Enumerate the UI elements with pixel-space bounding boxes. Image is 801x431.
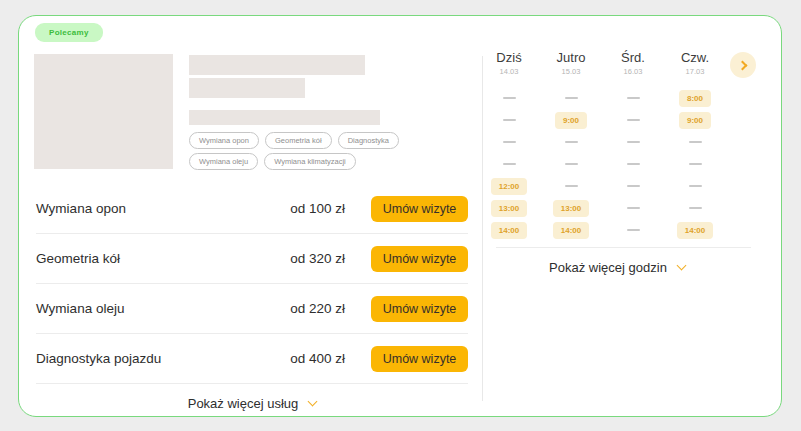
- calendar-day-column: Jutro15.039:0013:0014:00: [540, 50, 602, 241]
- slot-cell: 14:00: [540, 219, 602, 241]
- calendar-slots: 12:0013:0014:00: [478, 87, 540, 241]
- unavailable-slot-dash: [689, 163, 702, 165]
- book-visit-button[interactable]: Umów wizyte: [371, 296, 468, 322]
- slot-cell: [602, 153, 664, 175]
- time-slot-button[interactable]: 14:00: [553, 222, 589, 239]
- time-slot-button[interactable]: 9:00: [679, 112, 711, 129]
- slot-cell: 12:00: [478, 175, 540, 197]
- service-price: od 320 zł: [290, 251, 345, 266]
- service-tags: Wymiana oponGeometria kółDiagnostykaWymi…: [189, 132, 459, 170]
- unavailable-slot-dash: [503, 97, 516, 99]
- service-tag: Wymiana klimatyzacji: [264, 153, 356, 170]
- unavailable-slot-dash: [503, 141, 516, 143]
- service-name: Wymiana opon: [36, 201, 290, 216]
- unavailable-slot-dash: [627, 119, 640, 121]
- show-more-hours-label: Pokaż więcej godzin: [549, 260, 667, 275]
- chevron-down-icon: [676, 260, 686, 270]
- service-row: Diagnostyka pojazduod 400 złUmów wizyte: [36, 334, 468, 384]
- service-name: Wymiana oleju: [36, 301, 290, 316]
- chevron-right-icon: [737, 60, 747, 70]
- calendar-day-label: Śrd.: [621, 50, 645, 67]
- calendar-day-column: Śrd.16.03: [602, 50, 664, 241]
- book-visit-button[interactable]: Umów wizyte: [371, 246, 468, 272]
- availability-calendar: Dziś14.0312:0013:0014:00Jutro15.039:0013…: [478, 50, 726, 241]
- slot-cell: [478, 153, 540, 175]
- unavailable-slot-dash: [689, 207, 702, 209]
- service-tag: Geometria kół: [265, 132, 332, 149]
- slot-cell: 13:00: [540, 197, 602, 219]
- service-name: Diagnostyka pojazdu: [36, 351, 290, 366]
- slot-cell: [664, 175, 726, 197]
- service-price: od 100 zł: [290, 201, 345, 216]
- time-slot-button[interactable]: 14:00: [677, 222, 713, 239]
- service-price: od 400 zł: [290, 351, 345, 366]
- slot-cell: [602, 197, 664, 219]
- calendar-slots: 9:0013:0014:00: [540, 87, 602, 241]
- calendar-date-label: 16.03: [624, 67, 643, 78]
- calendar-slots: [602, 87, 664, 241]
- unavailable-slot-dash: [627, 163, 640, 165]
- workshop-title-skeleton: [189, 55, 365, 75]
- unavailable-slot-dash: [627, 229, 640, 231]
- unavailable-slot-dash: [689, 141, 702, 143]
- slot-cell: 13:00: [478, 197, 540, 219]
- time-slot-button[interactable]: 9:00: [555, 112, 587, 129]
- workshop-subtitle-skeleton: [189, 78, 305, 98]
- unavailable-slot-dash: [627, 185, 640, 187]
- slot-cell: [664, 153, 726, 175]
- service-row: Wymiana oponod 100 złUmów wizyte: [36, 184, 468, 234]
- slot-cell: 14:00: [478, 219, 540, 241]
- service-tag: Diagnostyka: [338, 132, 399, 149]
- calendar-next-button[interactable]: [730, 52, 756, 78]
- service-row: Geometria kółod 320 złUmów wizyte: [36, 234, 468, 284]
- show-more-services-label: Pokaż więcej usług: [188, 396, 299, 411]
- workshop-photo-skeleton: [34, 54, 173, 169]
- services-list: Wymiana oponod 100 złUmów wizyteGeometri…: [36, 184, 468, 418]
- book-visit-button[interactable]: Umów wizyte: [371, 196, 468, 222]
- slot-cell: [664, 131, 726, 153]
- unavailable-slot-dash: [627, 207, 640, 209]
- calendar-slots: 8:009:0014:00: [664, 87, 726, 241]
- calendar-divider: [496, 247, 751, 248]
- service-tag: Wymiana oleju: [189, 153, 258, 170]
- time-slot-button[interactable]: 13:00: [491, 200, 527, 217]
- unavailable-slot-dash: [503, 119, 516, 121]
- slot-cell: [478, 131, 540, 153]
- slot-cell: 14:00: [664, 219, 726, 241]
- unavailable-slot-dash: [627, 141, 640, 143]
- time-slot-button[interactable]: 12:00: [491, 178, 527, 195]
- slot-cell: [602, 109, 664, 131]
- time-slot-button[interactable]: 13:00: [553, 200, 589, 217]
- slot-cell: [540, 131, 602, 153]
- workshop-card: Polecamy Wymiana oponGeometria kółDiagno…: [18, 15, 782, 417]
- slot-cell: 9:00: [664, 109, 726, 131]
- unavailable-slot-dash: [565, 97, 578, 99]
- calendar-day-label: Jutro: [557, 50, 586, 67]
- calendar-day-label: Dziś: [496, 50, 521, 67]
- slot-cell: [478, 87, 540, 109]
- time-slot-button[interactable]: 8:00: [679, 90, 711, 107]
- service-name: Geometria kół: [36, 251, 290, 266]
- slot-cell: [602, 219, 664, 241]
- slot-cell: [540, 175, 602, 197]
- show-more-services-link[interactable]: Pokaż więcej usług: [36, 388, 468, 418]
- calendar-date-label: 14.03: [500, 67, 519, 78]
- service-price: od 220 zł: [290, 301, 345, 316]
- unavailable-slot-dash: [565, 185, 578, 187]
- time-slot-button[interactable]: 14:00: [491, 222, 527, 239]
- calendar-day-column: Dziś14.0312:0013:0014:00: [478, 50, 540, 241]
- unavailable-slot-dash: [689, 185, 702, 187]
- service-tag: Wymiana opon: [189, 132, 259, 149]
- slot-cell: [602, 175, 664, 197]
- unavailable-slot-dash: [627, 97, 640, 99]
- unavailable-slot-dash: [565, 163, 578, 165]
- calendar-date-label: 15.03: [562, 67, 581, 78]
- slot-cell: [602, 87, 664, 109]
- slot-cell: [540, 87, 602, 109]
- show-more-hours-link[interactable]: Pokaż więcej godzin: [483, 254, 751, 280]
- unavailable-slot-dash: [503, 163, 516, 165]
- slot-cell: [664, 197, 726, 219]
- book-visit-button[interactable]: Umów wizyte: [371, 346, 468, 372]
- chevron-down-icon: [308, 396, 318, 406]
- recommended-badge: Polecamy: [35, 23, 103, 42]
